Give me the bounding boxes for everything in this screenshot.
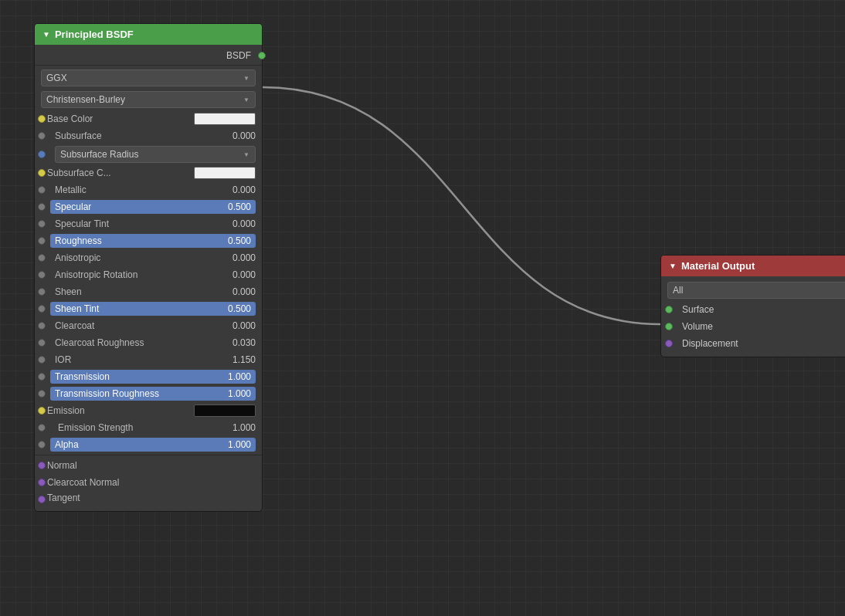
clearcoat-label: Clearcoat <box>47 320 232 331</box>
alpha-label: Alpha <box>55 439 79 450</box>
sheen-tint-slider[interactable]: Sheen Tint 0.500 <box>50 302 256 316</box>
sheen-tint-value: 0.500 <box>228 303 251 314</box>
anisotropic-rotation-socket[interactable] <box>38 271 46 279</box>
roughness-row: Roughness 0.500 <box>35 232 262 249</box>
tangent-label: Tangent <box>47 492 256 503</box>
clearcoat-normal-row: Clearcoat Normal <box>35 474 262 491</box>
clearcoat-roughness-socket[interactable] <box>38 339 46 347</box>
ggx-dropdown[interactable]: GGX Multiscatter GGX <box>41 69 256 86</box>
transmission-roughness-slider[interactable]: Transmission Roughness 1.000 <box>50 387 256 401</box>
subsurface-method-dropdown[interactable]: Christensen-Burley Random Walk <box>41 91 256 108</box>
principled-bsdf-header[interactable]: ▼ Principled BSDF <box>35 24 262 45</box>
emission-strength-label: Emission Strength <box>47 422 232 433</box>
transmission-roughness-socket[interactable] <box>38 390 46 398</box>
sheen-socket[interactable] <box>38 288 46 296</box>
alpha-slider[interactable]: Alpha 1.000 <box>50 438 256 452</box>
subsurface-color-swatch[interactable] <box>194 167 256 179</box>
transmission-roughness-row: Transmission Roughness 1.000 <box>35 385 262 402</box>
surface-socket-row: Surface <box>661 301 845 318</box>
subsurface-radius-row: Subsurface Radius <box>35 144 262 164</box>
roughness-slider[interactable]: Roughness 0.500 <box>50 234 256 248</box>
material-output-header[interactable]: ▼ Material Output <box>661 256 845 276</box>
specular-tint-label: Specular Tint <box>47 218 232 229</box>
clearcoat-row: Clearcoat 0.000 <box>35 317 262 334</box>
specular-slider[interactable]: Specular 0.500 <box>50 200 256 214</box>
subsurface-color-row: Subsurface C... <box>35 164 262 181</box>
ior-socket[interactable] <box>38 356 46 364</box>
roughness-socket[interactable] <box>38 237 46 245</box>
clearcoat-normal-socket[interactable] <box>38 479 46 486</box>
transmission-socket[interactable] <box>38 373 46 381</box>
metallic-socket[interactable] <box>38 186 46 194</box>
tangent-socket[interactable] <box>38 496 46 503</box>
sheen-tint-row: Sheen Tint 0.500 <box>35 300 262 317</box>
clearcoat-roughness-label: Clearcoat Roughness <box>47 337 232 348</box>
alpha-row: Alpha 1.000 <box>35 436 262 453</box>
bsdf-output-label: BSDF <box>226 50 251 61</box>
base-color-swatch[interactable] <box>194 113 256 125</box>
tangent-row: Tangent <box>35 491 262 508</box>
ior-value: 1.150 <box>232 354 256 365</box>
bsdf-output-socket[interactable] <box>258 52 266 59</box>
displacement-socket[interactable] <box>665 340 673 347</box>
roughness-label: Roughness <box>55 235 102 246</box>
alpha-socket[interactable] <box>38 441 46 448</box>
emission-color-swatch[interactable] <box>194 404 256 417</box>
subsurface-radius-socket[interactable] <box>38 151 46 158</box>
specular-tint-value: 0.000 <box>232 218 256 229</box>
sheen-tint-socket[interactable] <box>38 305 46 313</box>
volume-label: Volume <box>682 321 713 332</box>
emission-socket[interactable] <box>38 407 46 415</box>
normal-row: Normal <box>35 457 262 474</box>
specular-label: Specular <box>55 201 91 212</box>
transmission-value: 1.000 <box>228 371 251 382</box>
specular-socket[interactable] <box>38 203 46 211</box>
metallic-label: Metallic <box>47 184 232 195</box>
metallic-row: Metallic 0.000 <box>35 181 262 198</box>
material-output-body: All Cycles EEVEE Surface Volume Displace… <box>661 276 845 357</box>
clearcoat-roughness-value: 0.030 <box>232 337 256 348</box>
subsurface-value: 0.000 <box>232 130 256 141</box>
clearcoat-roughness-row: Clearcoat Roughness 0.030 <box>35 334 262 351</box>
subsurface-row: Subsurface 0.000 <box>35 127 262 144</box>
principled-bsdf-title: Principled BSDF <box>55 29 134 40</box>
clearcoat-value: 0.000 <box>232 320 256 331</box>
sheen-row: Sheen 0.000 <box>35 283 262 300</box>
principled-bsdf-body: BSDF GGX Multiscatter GGX Christensen-Bu… <box>35 45 262 511</box>
specular-value: 0.500 <box>228 201 251 212</box>
anisotropic-socket[interactable] <box>38 254 46 262</box>
surface-socket[interactable] <box>665 306 673 313</box>
anisotropic-value: 0.000 <box>232 252 256 263</box>
alpha-value: 1.000 <box>228 439 251 450</box>
subsurface-label: Subsurface <box>47 130 232 141</box>
subsurface-color-socket[interactable] <box>38 169 46 177</box>
collapse-arrow[interactable]: ▼ <box>42 30 50 39</box>
material-output-title: Material Output <box>681 260 755 272</box>
anisotropic-row: Anisotropic 0.000 <box>35 249 262 266</box>
specular-tint-row: Specular Tint 0.000 <box>35 215 262 232</box>
transmission-roughness-label: Transmission Roughness <box>55 388 159 399</box>
anisotropic-label: Anisotropic <box>47 252 232 263</box>
emission-strength-row: Emission Strength 1.000 <box>35 419 262 436</box>
clearcoat-normal-label: Clearcoat Normal <box>47 477 256 488</box>
clearcoat-socket[interactable] <box>38 322 46 330</box>
specular-tint-socket[interactable] <box>38 220 46 228</box>
transmission-slider[interactable]: Transmission 1.000 <box>50 370 256 384</box>
subsurface-radius-dropdown[interactable]: Subsurface Radius <box>55 146 256 163</box>
anisotropic-rotation-row: Anisotropic Rotation 0.000 <box>35 266 262 283</box>
base-color-label: Base Color <box>47 113 194 124</box>
ggx-dropdown-row: GGX Multiscatter GGX <box>35 67 262 89</box>
roughness-value: 0.500 <box>228 235 251 246</box>
material-output-target-dropdown[interactable]: All Cycles EEVEE <box>667 282 845 299</box>
normal-socket[interactable] <box>38 462 46 469</box>
volume-socket[interactable] <box>665 323 673 330</box>
subsurface-socket[interactable] <box>38 132 46 140</box>
material-output-node: ▼ Material Output All Cycles EEVEE Surfa… <box>660 255 845 357</box>
base-color-socket[interactable] <box>38 115 46 123</box>
transmission-row: Transmission 1.000 <box>35 368 262 385</box>
material-output-collapse-arrow[interactable]: ▼ <box>669 262 677 270</box>
anisotropic-rotation-value: 0.000 <box>232 269 256 280</box>
emission-strength-socket[interactable] <box>38 424 46 432</box>
emission-label: Emission <box>47 405 194 416</box>
subsurface-method-dropdown-row: Christensen-Burley Random Walk <box>35 89 262 110</box>
